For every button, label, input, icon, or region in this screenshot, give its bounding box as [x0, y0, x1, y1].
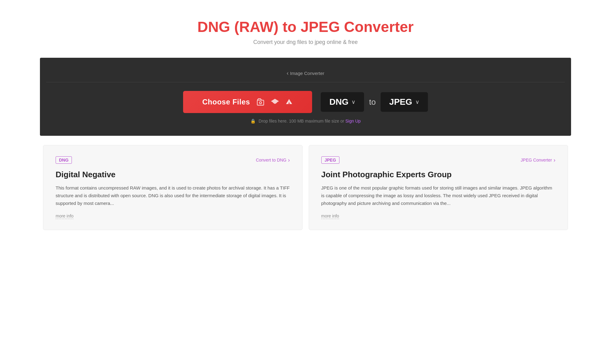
svg-point-1: [259, 102, 261, 104]
svg-rect-0: [257, 100, 264, 105]
drop-hint: 🔒 Drop files here. 100 MB maximum file s…: [46, 119, 565, 123]
jpeg-more-info-link[interactable]: more info: [321, 213, 339, 219]
dng-more-info-link[interactable]: more info: [56, 213, 73, 219]
page-subtitle: Convert your dng files to jpeg online & …: [6, 39, 605, 45]
page-wrapper: DNG (RAW) to JPEG Converter Convert your…: [0, 0, 611, 364]
breadcrumb-link[interactable]: Image Converter: [287, 71, 324, 76]
jpeg-format-tag: JPEG: [321, 156, 339, 164]
page-title: DNG (RAW) to JPEG Converter: [6, 18, 605, 35]
signup-link[interactable]: Sign Up: [345, 119, 361, 123]
format-selector: DNG ∨ to JPEG ∨: [321, 92, 428, 112]
dng-card-header: DNG Convert to DNG: [56, 156, 290, 164]
jpeg-info-card: JPEG JPEG Converter Joint Photographic E…: [309, 145, 568, 230]
converter-row: Choose Files: [46, 91, 565, 113]
breadcrumb-bar: Image Converter: [46, 70, 565, 82]
jpeg-card-header: JPEG JPEG Converter: [321, 156, 556, 164]
jpeg-card-title: Joint Photographic Experts Group: [321, 170, 556, 179]
converter-panel: Image Converter Choose Files: [40, 58, 571, 136]
lock-icon: 🔒: [250, 119, 256, 123]
source-chevron-icon: ∨: [351, 99, 355, 105]
choose-files-label: Choose Files: [202, 98, 250, 106]
source-format-label: DNG: [329, 97, 348, 107]
target-chevron-icon: ∨: [415, 99, 419, 105]
source-format-selector[interactable]: DNG ∨: [321, 92, 364, 112]
jpeg-converter-link[interactable]: JPEG Converter: [521, 157, 555, 163]
target-format-selector[interactable]: JPEG ∨: [381, 92, 428, 112]
drop-hint-text: Drop files here. 100 MB maximum file siz…: [259, 119, 344, 123]
dropbox-icon: [271, 98, 279, 106]
choose-files-button[interactable]: Choose Files: [183, 91, 312, 113]
jpeg-card-description: JPEG is one of the most popular graphic …: [321, 184, 556, 207]
header-section: DNG (RAW) to JPEG Converter Convert your…: [0, 0, 611, 58]
info-cards-section: DNG Convert to DNG Digital Negative This…: [40, 145, 571, 230]
dng-card-title: Digital Negative: [56, 170, 290, 179]
gdrive-icon: [285, 98, 293, 106]
convert-to-dng-link[interactable]: Convert to DNG: [256, 157, 290, 163]
file-browse-icon: [256, 98, 265, 106]
to-label: to: [369, 97, 376, 107]
dng-format-tag: DNG: [56, 156, 72, 164]
dng-card-description: This format contains uncompressed RAW im…: [56, 184, 290, 207]
target-format-label: JPEG: [389, 97, 412, 107]
dng-info-card: DNG Convert to DNG Digital Negative This…: [43, 145, 303, 230]
